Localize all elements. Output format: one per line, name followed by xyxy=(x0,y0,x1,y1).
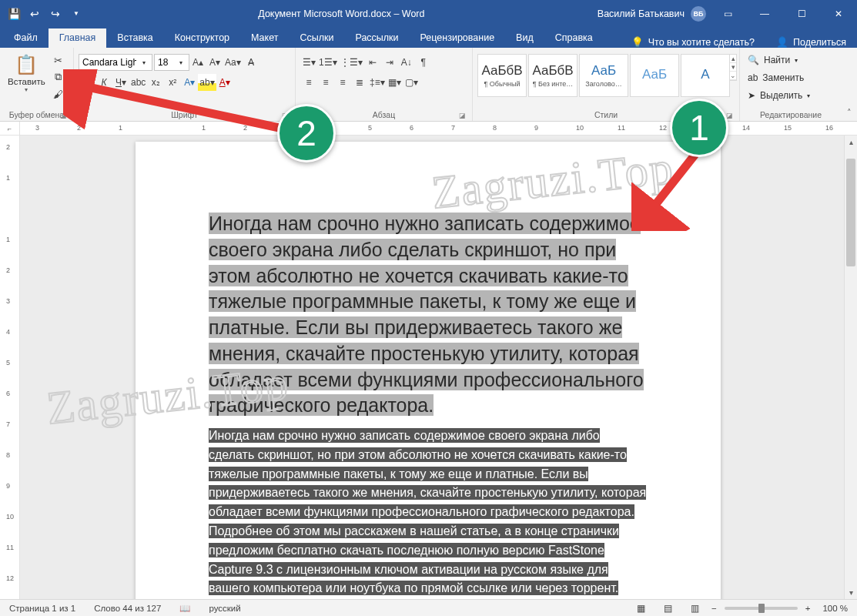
number-list-button[interactable]: 1☰▾ xyxy=(317,54,339,71)
subscript-button[interactable]: x₂ xyxy=(147,74,164,91)
document-viewport[interactable]: Иногда нам срочно нужно записать содержи… xyxy=(20,136,844,599)
highlight-button[interactable]: ab▾ xyxy=(198,74,216,91)
clear-formatting-button[interactable]: A̶ xyxy=(243,54,259,71)
search-icon: 🔍 xyxy=(748,55,759,65)
save-button[interactable]: 💾 xyxy=(5,5,23,23)
zoom-level[interactable]: 100 % xyxy=(813,600,857,616)
clipboard-icon: 📋 xyxy=(15,52,38,77)
paragraph-2[interactable]: Иногда нам срочно нужно записать содержи… xyxy=(209,427,648,598)
style-item-0[interactable]: АаБбВ¶ Обычный xyxy=(477,54,527,97)
tab-view[interactable]: Вид xyxy=(505,28,544,48)
clipboard-dialog-launcher[interactable]: ◪ xyxy=(60,112,67,119)
style-item-4[interactable]: А xyxy=(681,54,730,97)
style-item-3[interactable]: АаБ xyxy=(630,54,679,97)
font-size-select[interactable]: ▾ xyxy=(154,54,189,71)
shading-button[interactable]: ▦▾ xyxy=(387,74,403,91)
paragraph-dialog-launcher[interactable]: ◪ xyxy=(459,112,466,119)
borders-button[interactable]: ▢▾ xyxy=(403,74,420,91)
replace-button[interactable]: abЗаменить xyxy=(748,70,810,85)
close-button[interactable]: ✕ xyxy=(823,2,854,25)
ruler-corner-icon[interactable]: ⌐ xyxy=(0,122,20,135)
tab-design[interactable]: Конструктор xyxy=(164,28,240,48)
cursor-icon: ➤ xyxy=(748,90,755,101)
gallery-down-button[interactable]: ▾ xyxy=(730,63,736,72)
paragraph-1[interactable]: Иногда нам срочно нужно записать содержи… xyxy=(209,211,648,419)
gallery-up-button[interactable]: ▴ xyxy=(730,55,736,63)
style-item-2[interactable]: АаБЗаголово… xyxy=(579,54,628,97)
align-left-button[interactable]: ≡ xyxy=(300,74,317,91)
scroll-thumb[interactable] xyxy=(846,159,855,266)
share-button[interactable]: 👤Поделиться xyxy=(765,36,857,48)
status-word-count[interactable]: Слово 44 из 127 xyxy=(85,600,170,616)
redo-button[interactable]: ↪ xyxy=(46,5,65,23)
tab-review[interactable]: Рецензирование xyxy=(410,28,506,48)
tab-home[interactable]: Главная xyxy=(49,28,107,48)
view-print-button[interactable]: ▤ xyxy=(654,600,681,616)
bullet-list-button[interactable]: ☰▾ xyxy=(300,54,317,71)
tab-insert[interactable]: Вставка xyxy=(106,28,163,48)
qat-customize-button[interactable]: ▼ xyxy=(67,5,85,23)
tab-help[interactable]: Справка xyxy=(544,28,604,48)
shrink-font-button[interactable]: A▾ xyxy=(206,54,223,71)
select-button[interactable]: ➤Выделить▾ xyxy=(748,88,810,103)
minimize-button[interactable]: — xyxy=(749,2,780,25)
font-color-button[interactable]: A▾ xyxy=(216,74,233,91)
ribbon-options-button[interactable]: ▭ xyxy=(712,2,743,25)
status-language[interactable]: русский xyxy=(199,600,249,616)
horizontal-ruler[interactable]: ⌐ 32112345678910111213141516 xyxy=(0,122,857,136)
avatar[interactable]: ВБ xyxy=(691,6,706,22)
increase-indent-button[interactable]: ⇥ xyxy=(381,54,398,71)
vertical-scrollbar[interactable]: ▴ ▾ xyxy=(844,136,857,599)
tell-me-search[interactable]: 💡Что вы хотите сделать? xyxy=(621,36,765,48)
line-spacing-button[interactable]: ‡≡▾ xyxy=(368,74,387,91)
bold-button[interactable]: Ж xyxy=(79,74,95,91)
undo-button[interactable]: ↩ xyxy=(25,5,44,23)
decrease-indent-button[interactable]: ⇤ xyxy=(364,54,381,71)
group-font: ▾ ▾ A▴ A▾ Aa▾ A̶ Ж К Ч▾ abc x₂ x² A▾ ab▾… xyxy=(74,48,296,121)
status-bar: Страница 1 из 1 Слово 44 из 127 📖 русски… xyxy=(0,599,857,616)
paste-button[interactable]: 📋 Вставить ▾ xyxy=(5,51,49,95)
superscript-button[interactable]: x² xyxy=(164,74,181,91)
zoom-slider[interactable] xyxy=(725,607,798,610)
cut-button[interactable]: ✂ xyxy=(50,52,67,68)
collapse-ribbon-button[interactable]: ˄ xyxy=(842,48,857,121)
tab-mailings[interactable]: Рассылки xyxy=(344,28,409,48)
align-right-button[interactable]: ≡ xyxy=(334,74,351,91)
tab-layout[interactable]: Макет xyxy=(240,28,289,48)
find-button[interactable]: 🔍Найти▾ xyxy=(748,52,810,68)
italic-button[interactable]: К xyxy=(95,74,112,91)
align-center-button[interactable]: ≡ xyxy=(317,74,334,91)
grow-font-button[interactable]: A▴ xyxy=(189,54,206,71)
view-web-button[interactable]: ▥ xyxy=(681,600,708,616)
zoom-out-button[interactable]: − xyxy=(708,600,720,616)
scroll-down-button[interactable]: ▾ xyxy=(845,586,857,599)
maximize-button[interactable]: ☐ xyxy=(786,2,817,25)
text-effects-button[interactable]: A▾ xyxy=(181,74,198,91)
tab-file[interactable]: Файл xyxy=(3,28,49,48)
underline-button[interactable]: Ч▾ xyxy=(112,74,129,91)
scroll-up-button[interactable]: ▴ xyxy=(845,136,857,149)
status-proofing[interactable]: 📖 xyxy=(170,600,199,616)
vertical-ruler[interactable]: 211234567891011121314 xyxy=(0,136,20,599)
copy-button[interactable]: ⧉ xyxy=(50,69,67,85)
tab-references[interactable]: Ссылки xyxy=(289,28,344,48)
zoom-knob[interactable] xyxy=(758,604,765,613)
show-marks-button[interactable]: ¶ xyxy=(415,54,432,71)
strikethrough-button[interactable]: abc xyxy=(129,74,147,91)
sort-button[interactable]: A↓ xyxy=(398,54,415,71)
clipboard-group-label: Буфер обмена xyxy=(9,110,64,119)
change-case-button[interactable]: Aa▾ xyxy=(223,54,243,71)
align-justify-button[interactable]: ≣ xyxy=(351,74,368,91)
page[interactable]: Иногда нам срочно нужно записать содержи… xyxy=(136,142,721,599)
styles-gallery-scroll[interactable]: ▴ ▾ ⌄ xyxy=(730,54,737,81)
format-painter-button[interactable]: 🖌 xyxy=(50,86,67,102)
styles-gallery[interactable]: АаБбВ¶ ОбычныйАаБбВ¶ Без инте…АаБЗаголов… xyxy=(477,54,730,97)
status-page[interactable]: Страница 1 из 1 xyxy=(0,600,85,616)
multilevel-list-button[interactable]: ⋮☰▾ xyxy=(339,54,364,71)
zoom-in-button[interactable]: + xyxy=(802,600,814,616)
gallery-more-button[interactable]: ⌄ xyxy=(730,72,736,80)
view-read-button[interactable]: ▦ xyxy=(628,600,654,616)
styles-dialog-launcher[interactable]: ◪ xyxy=(726,112,733,119)
font-family-select[interactable]: ▾ xyxy=(79,54,152,71)
style-item-1[interactable]: АаБбВ¶ Без инте… xyxy=(528,54,577,97)
